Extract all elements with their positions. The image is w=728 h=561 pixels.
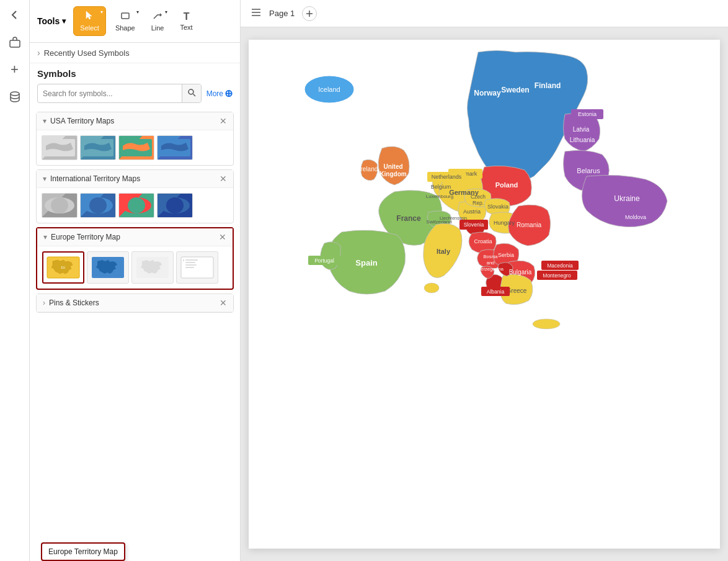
svg-rect-27	[185, 267, 194, 268]
recently-used-label: Recently Used Symbols	[44, 48, 130, 58]
svg-text:Slovakia: Slovakia	[487, 204, 508, 210]
svg-text:Sweden: Sweden	[501, 86, 529, 94]
svg-text:Norway: Norway	[474, 89, 501, 97]
briefcase-icon[interactable]	[5, 32, 25, 52]
shape-dropdown-icon: ▾	[136, 9, 139, 15]
usa-territory-header[interactable]: ▾ USA Territory Maps ✕	[37, 112, 233, 130]
svg-point-4	[189, 89, 193, 94]
eu-chevron-icon: ▾	[43, 233, 47, 241]
svg-text:Bulgaria: Bulgaria	[509, 269, 532, 276]
page-header: Page 1	[241, 0, 728, 27]
svg-text:Belarus: Belarus	[577, 167, 600, 174]
search-input[interactable]	[38, 86, 182, 101]
usa-territory-group: ▾ USA Territory Maps ✕	[36, 112, 234, 166]
svg-text:Ukraine: Ukraine	[614, 194, 640, 203]
svg-text:EU: EU	[61, 266, 66, 269]
svg-point-15	[128, 197, 145, 213]
svg-point-17	[166, 197, 184, 213]
eu-map-item-2[interactable]	[87, 251, 129, 284]
recently-used-section[interactable]: › Recently Used Symbols	[30, 43, 240, 63]
search-button[interactable]	[182, 84, 201, 102]
more-button[interactable]: More ⊕	[206, 88, 233, 99]
pins-stickers-header[interactable]: › Pins & Stickers ✕	[37, 294, 233, 312]
line-dropdown-icon: ▾	[165, 9, 167, 15]
europe-territory-header[interactable]: ▾ Europe Territory Map ✕	[37, 228, 233, 246]
svg-text:Moldova: Moldova	[625, 214, 646, 220]
line-tool-button[interactable]: ▾ Line	[144, 6, 171, 36]
svg-text:France: France	[396, 214, 421, 223]
add-icon[interactable]: +	[5, 60, 25, 79]
eu-map-item-3[interactable]	[131, 251, 174, 284]
svg-rect-24	[185, 259, 198, 261]
usa-chevron-icon: ▾	[43, 117, 47, 125]
svg-text:Finland: Finland	[535, 81, 561, 90]
svg-text:Belgium: Belgium	[431, 184, 451, 190]
symbols-heading: Symbols	[30, 63, 240, 81]
usa-group-close-icon[interactable]: ✕	[220, 116, 227, 126]
svg-text:Latvia: Latvia	[573, 126, 590, 133]
database-icon[interactable]	[5, 87, 25, 107]
menu-icon[interactable]	[251, 7, 262, 20]
intl-map-item-2[interactable]	[80, 193, 116, 218]
europe-map-svg: Iceland	[249, 40, 720, 549]
svg-text:Slovenia: Slovenia	[464, 222, 484, 228]
svg-point-85	[424, 283, 439, 293]
tools-dropdown-arrow[interactable]: ▾	[62, 17, 66, 25]
intl-map-item-4[interactable]	[157, 193, 193, 218]
tools-label-text: Tools	[37, 16, 60, 26]
canvas-area[interactable]: Iceland	[241, 27, 728, 561]
shape-icon	[120, 11, 130, 23]
svg-text:Bosnia: Bosnia	[484, 254, 499, 259]
more-plus-icon: ⊕	[224, 88, 233, 99]
svg-text:Kingdom: Kingdom	[380, 171, 406, 177]
international-territory-title: ▾ International Territory Maps	[43, 174, 140, 183]
svg-text:and: and	[487, 260, 495, 266]
svg-text:Lithuania: Lithuania	[570, 137, 595, 143]
page-tab[interactable]: Page 1	[269, 9, 295, 18]
svg-text:Serbia: Serbia	[498, 252, 514, 258]
text-tool-button[interactable]: T Text	[173, 7, 199, 35]
eu-symbol-grid: EU	[37, 246, 233, 289]
eu-group-close-icon[interactable]: ✕	[219, 232, 226, 242]
pins-group-close-icon[interactable]: ✕	[220, 298, 227, 308]
pins-chevron-icon: ›	[43, 298, 45, 307]
svg-rect-26	[185, 264, 197, 266]
usa-map-item-1[interactable]	[42, 135, 78, 160]
shape-tool-button[interactable]: ▾ Shape	[109, 6, 142, 36]
intl-group-close-icon[interactable]: ✕	[220, 174, 227, 184]
pins-stickers-group: › Pins & Stickers ✕	[36, 294, 234, 313]
international-territory-header[interactable]: ▾ International Territory Maps ✕	[37, 170, 233, 188]
intl-map-item-1[interactable]	[42, 193, 78, 218]
svg-point-13	[89, 197, 107, 213]
intl-map-item-3[interactable]	[118, 193, 154, 218]
main-content: Page 1 Iceland	[241, 0, 728, 561]
svg-text:Herzegovina: Herzegovina	[477, 266, 504, 272]
svg-marker-2	[86, 11, 92, 19]
text-label: Text	[180, 24, 192, 31]
back-button[interactable]	[5, 5, 25, 25]
select-label: Select	[80, 24, 99, 32]
usa-map-item-3[interactable]	[118, 135, 154, 160]
svg-text:Austria: Austria	[463, 209, 481, 215]
usa-territory-title: ▾ USA Territory Maps	[43, 117, 114, 125]
usa-map-item-4[interactable]	[157, 135, 193, 160]
svg-line-5	[193, 94, 195, 97]
svg-text:Macedonia: Macedonia	[547, 263, 573, 269]
search-bar: More ⊕	[30, 81, 240, 108]
select-tool-button[interactable]: ▾ Select	[73, 6, 106, 36]
eu-map-item-1[interactable]: EU	[42, 251, 84, 284]
svg-text:United: United	[383, 163, 402, 170]
page-label: Page 1	[269, 9, 295, 18]
icon-bar: +	[0, 0, 30, 561]
svg-rect-3	[122, 13, 129, 19]
tools-title: Tools ▾	[37, 16, 66, 26]
add-page-button[interactable]	[302, 6, 317, 21]
svg-text:Italy: Italy	[437, 248, 451, 255]
svg-text:Iceland: Iceland	[318, 86, 340, 93]
svg-point-1	[11, 92, 19, 96]
svg-text:Albania: Albania	[487, 289, 505, 295]
usa-map-item-2[interactable]	[80, 135, 116, 160]
usa-symbol-grid	[37, 130, 233, 165]
international-territory-group: ▾ International Territory Maps ✕	[36, 169, 234, 223]
eu-map-item-4[interactable]: ≡	[176, 251, 218, 284]
